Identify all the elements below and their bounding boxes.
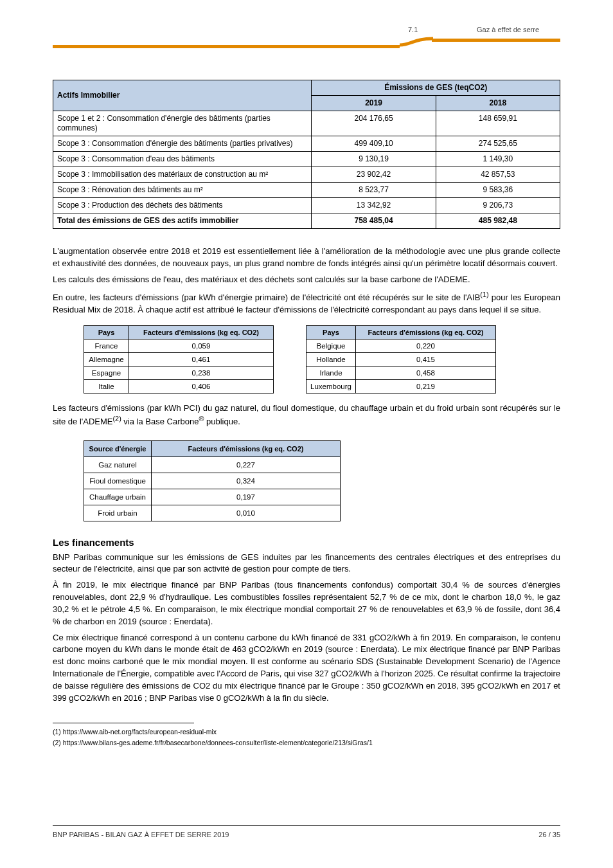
- para: L'augmentation observée entre 2018 et 20…: [53, 246, 560, 270]
- country-table-1: Pays Facteurs d'émissions (kg eq. CO2) F…: [84, 325, 274, 393]
- table-row: Gaz naturel0,227: [84, 457, 341, 473]
- table-row: Scope 3 : Production des déchets des bât…: [53, 198, 560, 213]
- table-row: Espagne0,238: [84, 366, 274, 379]
- header-title: Gaz à effet de serre: [477, 26, 539, 33]
- para: À fin 2019, le mix électrique financé pa…: [53, 579, 560, 628]
- table-row: Belgique0,220: [306, 339, 496, 352]
- para: BNP Paribas communique sur les émissions…: [53, 552, 560, 576]
- table-row: Italie0,406: [84, 379, 274, 393]
- para: Les calculs des émissions de l'eau, des …: [53, 274, 560, 286]
- table-row: Scope 3 : Consommation d'énergie des bât…: [53, 136, 560, 152]
- footnote: (1) https://www.aib-net.org/facts/europe…: [53, 727, 560, 736]
- table-row: Scope 3 : Immobilisation des matériaux d…: [53, 167, 560, 183]
- table-row: France0,059: [84, 339, 274, 352]
- table-row: Froid urbain0,010: [84, 505, 341, 521]
- table-row-total: Total des émissions de GES des actifs im…: [53, 213, 560, 229]
- header-rule: 7.1 Gaz à effet de serre: [53, 37, 560, 50]
- source-table: Source d'énergie Facteurs d'émissions (k…: [84, 440, 341, 521]
- footnote-rule: [53, 723, 194, 723]
- para: Les facteurs d'émissions (par kWh PCI) d…: [53, 402, 560, 429]
- th-emissions: Émissions de GES (teqCO2): [312, 80, 560, 96]
- table-row: Irlande0,458: [306, 366, 496, 379]
- th-actifs: Actifs Immobilier: [53, 80, 312, 111]
- table-row: Allemagne0,461: [84, 352, 274, 366]
- table-row: Luxembourg0,219: [306, 379, 496, 393]
- table-row: Scope 1 et 2 : Consommation d'énergie de…: [53, 111, 560, 136]
- footer: BNP PARIBAS - BILAN GAZ À EFFET DE SERRE…: [53, 825, 560, 838]
- country-table-2: Pays Facteurs d'émissions (kg eq. CO2) B…: [306, 325, 496, 393]
- table-row: Scope 3 : Consommation d'eau des bâtimen…: [53, 152, 560, 167]
- table-row: Hollande0,415: [306, 352, 496, 366]
- ges-table: Actifs Immobilier Émissions de GES (teqC…: [53, 80, 560, 229]
- para: Ce mix électrique financé correspond à u…: [53, 632, 560, 705]
- table-row: Chauffage urbain0,197: [84, 489, 341, 505]
- table-row: Scope 3 : Rénovation des bâtiments au m²…: [53, 183, 560, 198]
- footer-right: 26 / 35: [538, 831, 560, 838]
- para: En outre, les facteurs d'émissions (par …: [53, 290, 560, 316]
- header-num: 7.1: [408, 26, 418, 33]
- th-2019: 2019: [312, 96, 436, 111]
- footnote: (2) https://www.bilans-ges.ademe.fr/fr/b…: [53, 738, 560, 747]
- footer-left: BNP PARIBAS - BILAN GAZ À EFFET DE SERRE…: [53, 831, 229, 838]
- th-2018: 2018: [436, 96, 560, 111]
- section-title: Les financements: [53, 537, 560, 548]
- table-row: Fioul domestique0,324: [84, 473, 341, 489]
